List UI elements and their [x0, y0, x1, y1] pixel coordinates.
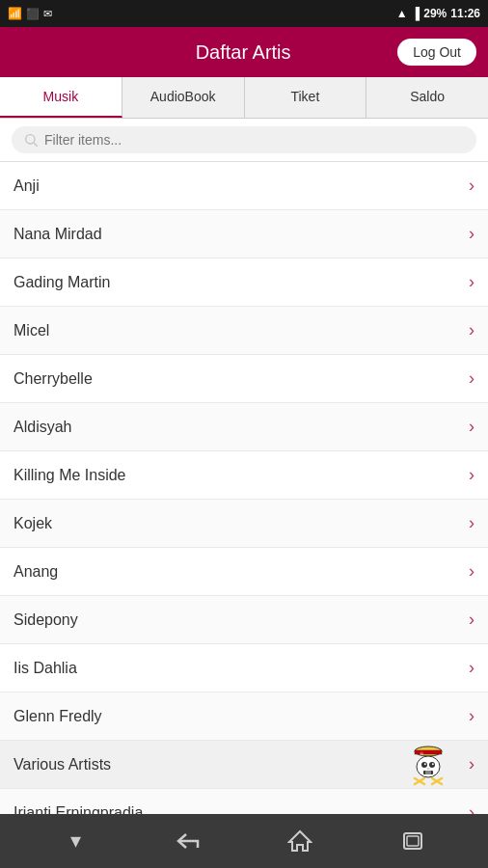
list-item[interactable]: Aldisyah› — [0, 403, 488, 451]
search-wrapper[interactable] — [12, 126, 476, 153]
list-item[interactable]: Anang› — [0, 548, 488, 596]
chevron-right-icon: › — [469, 320, 474, 340]
artist-name: Anji — [14, 177, 40, 195]
tab-bar: Musik AudioBook Tiket Saldo — [0, 77, 488, 119]
svg-point-9 — [432, 763, 434, 765]
artist-name: Sidepony — [14, 611, 78, 629]
status-icons-right: ▲ ▐ 29% 11:26 — [396, 7, 480, 20]
email-icon: ✉ — [43, 8, 52, 20]
artist-name: Killing Me Inside — [14, 467, 126, 484]
list-item[interactable]: Kojek› — [0, 500, 488, 548]
list-item[interactable]: Various Artists ☠ — [0, 741, 488, 789]
svg-point-0 — [26, 135, 35, 144]
list-item[interactable]: Iis Dahlia› — [0, 644, 488, 692]
tab-musik[interactable]: Musik — [0, 77, 122, 118]
artist-name: Cherrybelle — [14, 370, 93, 388]
artist-name: Gading Martin — [14, 274, 111, 291]
list-item[interactable]: Killing Me Inside› — [0, 451, 488, 500]
artist-name: Nana Mirdad — [14, 226, 102, 243]
skull-icon: ☠ — [405, 742, 451, 788]
recent-apps-icon — [400, 829, 425, 853]
search-bar — [0, 119, 488, 162]
artist-name: Various Artists — [14, 756, 111, 773]
chevron-right-icon: › — [469, 754, 474, 774]
search-input[interactable] — [44, 132, 465, 148]
chevron-right-icon: › — [469, 417, 474, 437]
tab-audiobook[interactable]: AudioBook — [122, 77, 245, 118]
chevron-right-icon: › — [469, 465, 474, 485]
artist-list: Anji›Nana Mirdad›Gading Martin›Micel›Che… — [0, 162, 488, 814]
svg-rect-21 — [407, 836, 419, 846]
chevron-right-icon: › — [469, 561, 474, 582]
status-icons-left: 📶 ⬛ ✉ — [8, 7, 52, 20]
artist-name: Iis Dahlia — [14, 660, 77, 677]
page-title: Daftar Artis — [89, 41, 397, 64]
notification-icon: ⬛ — [26, 8, 40, 20]
chevron-right-icon: › — [469, 224, 474, 244]
artist-name: Kojek — [14, 515, 52, 532]
list-item[interactable]: Gading Martin› — [0, 258, 488, 307]
svg-marker-19 — [289, 831, 311, 851]
list-item[interactable]: Irianti Erningpradja› — [0, 789, 488, 814]
chevron-right-icon: › — [469, 272, 474, 292]
skull-logo: ☠ — [403, 741, 453, 789]
home-button[interactable] — [271, 822, 329, 860]
artist-name: Anang — [14, 563, 58, 581]
bottom-navigation: ▾ — [0, 814, 488, 868]
artist-name: Irianti Erningpradja — [14, 804, 143, 815]
artist-name: Glenn Fredly — [14, 708, 102, 725]
svg-line-1 — [34, 143, 38, 147]
svg-point-8 — [424, 763, 426, 765]
chevron-right-icon: › — [469, 706, 474, 726]
chevron-right-icon: › — [469, 176, 474, 196]
list-item[interactable]: Glenn Fredly› — [0, 692, 488, 741]
tab-tiket[interactable]: Tiket — [245, 77, 367, 118]
svg-point-7 — [429, 762, 435, 768]
back-button[interactable] — [159, 822, 217, 860]
svg-point-10 — [427, 768, 430, 770]
chevron-right-icon: › — [469, 802, 474, 814]
list-item[interactable]: Anji› — [0, 162, 488, 210]
artist-name: Aldisyah — [14, 419, 71, 436]
search-icon — [23, 132, 39, 148]
sim-icon: 📶 — [8, 7, 22, 20]
back-icon — [175, 830, 202, 852]
logout-button[interactable]: Log Out — [397, 39, 476, 66]
chevron-right-icon: › — [469, 658, 474, 678]
recent-apps-button[interactable] — [384, 822, 442, 860]
home-icon — [287, 829, 312, 853]
chevron-right-icon: › — [469, 610, 474, 630]
list-item[interactable]: Cherrybelle› — [0, 355, 488, 403]
list-item[interactable]: Sidepony› — [0, 596, 488, 644]
list-item[interactable]: Micel› — [0, 307, 488, 355]
signal-icon: ▐ — [412, 7, 420, 20]
status-bar: 📶 ⬛ ✉ ▲ ▐ 29% 11:26 — [0, 0, 488, 27]
scroll-down-button[interactable]: ▾ — [46, 822, 104, 860]
chevron-right-icon: › — [469, 368, 474, 389]
tab-saldo[interactable]: Saldo — [366, 77, 488, 118]
app-header: Daftar Artis Log Out — [0, 27, 488, 77]
list-item[interactable]: Nana Mirdad› — [0, 210, 488, 258]
clock: 11:26 — [450, 7, 480, 20]
chevron-right-icon: › — [469, 513, 474, 533]
svg-point-6 — [421, 762, 427, 768]
artist-name: Micel — [14, 322, 49, 339]
wifi-icon: ▲ — [396, 7, 408, 20]
battery-percent: 29% — [423, 7, 447, 20]
